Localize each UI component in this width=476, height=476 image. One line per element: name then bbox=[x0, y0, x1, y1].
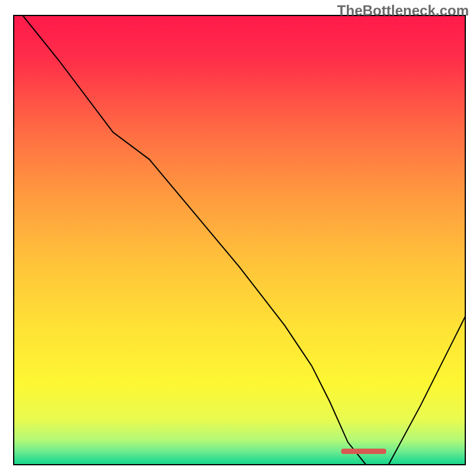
gradient-background bbox=[14, 15, 465, 465]
bottleneck-chart bbox=[0, 0, 476, 476]
chart-container: TheBottleneck.com bbox=[0, 0, 476, 476]
optimum-marker bbox=[341, 449, 386, 454]
watermark-text: TheBottleneck.com bbox=[337, 2, 469, 19]
